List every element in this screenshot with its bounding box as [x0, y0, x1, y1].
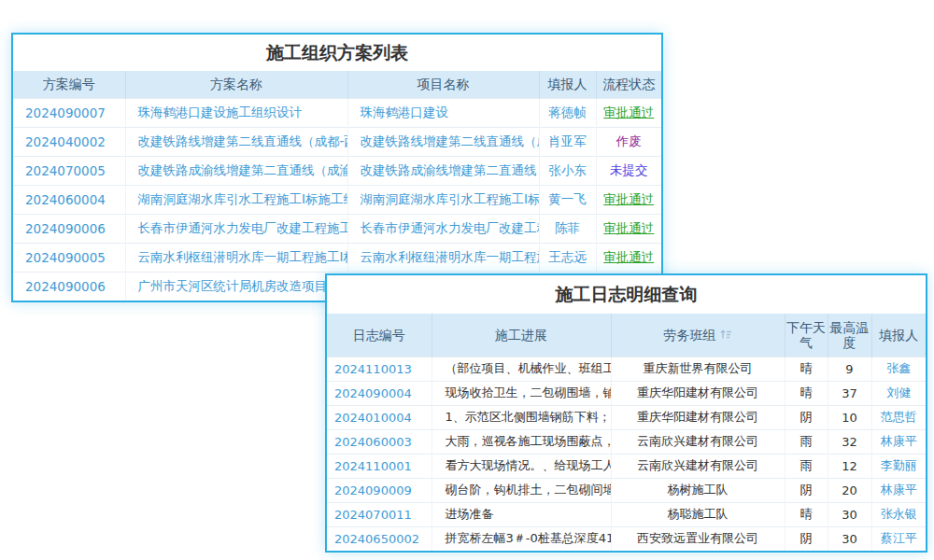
plan-reporter-cell: 蒋德帧	[539, 98, 596, 127]
log-reporter-link[interactable]: 蔡江平	[871, 526, 926, 551]
log-no-link[interactable]: 20240650002	[327, 526, 432, 551]
progress-cell: 进场准备	[432, 502, 611, 526]
team-cell: 云南欣兴建材有限公司	[611, 454, 785, 478]
weather-cell: 晴	[785, 381, 828, 405]
plan-list-panel: 施工组织方案列表 方案编号 方案名称 项目名称 填报人 流程状态 2024090…	[11, 33, 663, 302]
plan-no-link[interactable]: 2024090005	[13, 243, 125, 272]
plan-reporter-cell: 王志远	[539, 243, 596, 272]
team-cell: 云南欣兴建材有限公司	[611, 429, 785, 454]
plan-name-link[interactable]: 珠海鹤港口建设施工组织设计	[125, 98, 347, 127]
log-reporter-link[interactable]: 李勤丽	[871, 454, 926, 478]
plan-no-link[interactable]: 2024090007	[13, 98, 125, 127]
plan-table-row: 2024090005 云南水利枢纽潜明水库一期工程施工I标施工组... 云南水利…	[13, 243, 661, 272]
progress-cell: 拼宽桥左幅3＃-0桩基总深度41.275.今日进...	[432, 526, 611, 551]
project-name-link[interactable]: 云南水利枢纽潜明水库一期工程施工I标	[347, 243, 539, 272]
log-no-link[interactable]: 2024110013	[327, 357, 432, 381]
plan-status-link[interactable]: 审批通过	[596, 243, 661, 272]
max-temp-cell: 20	[828, 478, 871, 502]
plan-table-header-row: 方案编号 方案名称 项目名称 填报人 流程状态	[13, 71, 661, 98]
log-table-row: 2024110013 （部位项目、机械作业、班组工作、生产... 重庆新世界有限…	[327, 357, 926, 381]
max-temp-cell: 30	[828, 526, 871, 551]
log-no-link[interactable]: 2024090009	[327, 478, 432, 502]
col-header-team: 劳务班组	[611, 314, 785, 357]
progress-cell: 看方大现场情况。、给现场工人开会，整...	[432, 454, 611, 478]
plan-name-link[interactable]: 改建铁路线增建第二线直通线（成都-西安）...	[125, 127, 347, 156]
max-temp-cell: 37	[828, 381, 871, 405]
plan-table: 方案编号 方案名称 项目名称 填报人 流程状态 2024090007 珠海鹤港口…	[13, 71, 661, 301]
col-header-log-no: 日志编号	[327, 314, 432, 357]
max-temp-cell: 12	[828, 454, 871, 478]
project-name-link[interactable]: 改建铁路成渝线增建第二直通线（成渝枢...	[347, 156, 539, 185]
project-name-link[interactable]: 珠海鹤港口建设	[347, 98, 539, 127]
team-cell: 重庆华阳建材有限公司	[611, 381, 785, 405]
weather-cell: 雨	[785, 454, 828, 478]
plan-status-link[interactable]: 审批通过	[596, 98, 661, 127]
plan-name-link[interactable]: 湖南洞庭湖水库引水工程施工I标施工组织设计	[125, 185, 347, 214]
plan-status-link[interactable]: 审批通过	[596, 185, 661, 214]
project-name-link[interactable]: 改建铁路线增建第二线直通线（成都-西安...	[347, 127, 539, 156]
plan-name-link[interactable]: 云南水利枢纽潜明水库一期工程施工I标施工组...	[125, 243, 347, 272]
plan-table-title: 施工组织方案列表	[13, 35, 661, 71]
col-header-project-name: 项目名称	[347, 71, 539, 98]
log-reporter-link[interactable]: 林康平	[871, 478, 926, 502]
col-header-weather: 下午天气	[785, 314, 828, 357]
plan-table-row: 2024090006 长春市伊通河水力发电厂改建工程施工组织设计 长春市伊通河水…	[13, 214, 661, 243]
col-header-status: 流程状态	[596, 71, 661, 98]
log-reporter-link[interactable]: 林康平	[871, 429, 926, 454]
col-header-max-temp: 最高温度	[828, 314, 871, 357]
weather-cell: 雨	[785, 429, 828, 454]
col-header-plan-no: 方案编号	[13, 71, 125, 98]
log-table-title: 施工日志明细查询	[327, 275, 926, 314]
plan-status-link[interactable]: 审批通过	[596, 214, 661, 243]
team-cell: 重庆华阳建材有限公司	[611, 405, 785, 429]
col-header-plan-name: 方案名称	[125, 71, 347, 98]
plan-status-link[interactable]: 未提交	[596, 156, 661, 185]
log-reporter-link[interactable]: 张永银	[871, 502, 926, 526]
log-no-link[interactable]: 2024010004	[327, 405, 432, 429]
plan-status-link[interactable]: 作废	[596, 127, 661, 156]
log-table-row: 20240650002 拼宽桥左幅3＃-0桩基总深度41.275.今日进... …	[327, 526, 926, 551]
log-no-link[interactable]: 2024070011	[327, 502, 432, 526]
plan-reporter-cell: 陈菲	[539, 214, 596, 243]
col-header-log-reporter: 填报人	[871, 314, 926, 357]
log-reporter-link[interactable]: 张鑫	[871, 357, 926, 381]
weather-cell: 晴	[785, 502, 828, 526]
plan-no-link[interactable]: 2024060004	[13, 185, 125, 214]
plan-name-link[interactable]: 广州市天河区统计局机房改造项目施工组织设计	[125, 272, 347, 301]
project-name-link[interactable]: 湖南洞庭湖水库引水工程施工I标	[347, 185, 539, 214]
plan-no-link[interactable]: 2024090006	[13, 214, 125, 243]
team-cell: 杨聪施工队	[611, 502, 785, 526]
plan-table-row: 2024040002 改建铁路线增建第二线直通线（成都-西安）... 改建铁路线…	[13, 127, 661, 156]
log-reporter-link[interactable]: 范思哲	[871, 405, 926, 429]
log-query-panel: 施工日志明细查询 日志编号 施工进展 劳务班组 下午天气 最高温度 填报人 20…	[325, 273, 927, 553]
team-cell: 杨树施工队	[611, 478, 785, 502]
log-table: 日志编号 施工进展 劳务班组 下午天气 最高温度 填报人 2024110013 …	[327, 314, 926, 551]
progress-cell: 现场收拾卫生，二包砌围墙，铺烧结砖，...	[432, 381, 611, 405]
log-table-row: 2024090004 现场收拾卫生，二包砌围墙，铺烧结砖，... 重庆华阳建材有…	[327, 381, 926, 405]
project-name-link[interactable]: 长春市伊通河水力发电厂改建工程	[347, 214, 539, 243]
progress-cell: 1、示范区北侧围墙钢筋下料；2、围墙地...	[432, 405, 611, 429]
plan-name-link[interactable]: 长春市伊通河水力发电厂改建工程施工组织设计	[125, 214, 347, 243]
sort-icon[interactable]	[720, 329, 732, 341]
col-header-progress: 施工进展	[432, 314, 611, 357]
plan-reporter-cell: 黄一飞	[539, 185, 596, 214]
team-cell: 西安致远置业有限公司	[611, 526, 785, 551]
plan-name-link[interactable]: 改建铁路成渝线增建第二直通线（成渝枢纽）...	[125, 156, 347, 185]
team-cell: 重庆新世界有限公司	[611, 357, 785, 381]
weather-cell: 阴	[785, 405, 828, 429]
col-header-reporter: 填报人	[539, 71, 596, 98]
plan-no-link[interactable]: 2024090006	[13, 272, 125, 301]
weather-cell: 晴	[785, 357, 828, 381]
log-reporter-link[interactable]: 刘健	[871, 381, 926, 405]
plan-no-link[interactable]: 2024070005	[13, 156, 125, 185]
log-table-row: 2024010004 1、示范区北侧围墙钢筋下料；2、围墙地... 重庆华阳建材…	[327, 405, 926, 429]
plan-no-link[interactable]: 2024040002	[13, 127, 125, 156]
log-table-row: 2024070011 进场准备 杨聪施工队 晴 30 张永银	[327, 502, 926, 526]
max-temp-cell: 10	[828, 405, 871, 429]
max-temp-cell: 30	[828, 502, 871, 526]
log-no-link[interactable]: 2024060003	[327, 429, 432, 454]
plan-table-row: 2024070005 改建铁路成渝线增建第二直通线（成渝枢纽）... 改建铁路成…	[13, 156, 661, 185]
weather-cell: 阴	[785, 478, 828, 502]
log-no-link[interactable]: 2024110001	[327, 454, 432, 478]
log-no-link[interactable]: 2024090004	[327, 381, 432, 405]
